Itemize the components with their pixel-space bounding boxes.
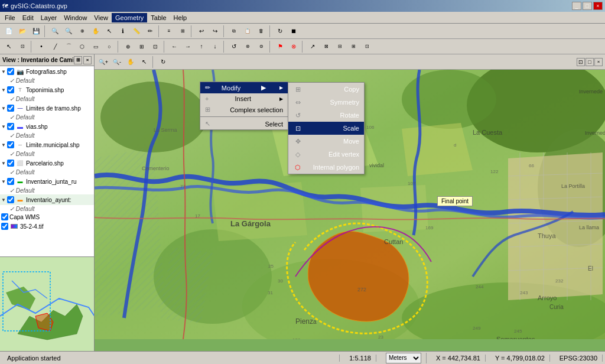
list-item[interactable]: ✓ Default xyxy=(0,168,94,176)
paste-btn[interactable]: 📋 xyxy=(241,25,254,38)
map-pan[interactable]: ✋ xyxy=(124,56,137,69)
bookmark-btn[interactable]: ⊗ xyxy=(287,40,300,53)
layer-manager-btn[interactable]: ≡ xyxy=(162,25,175,38)
submenu-rotate[interactable]: ↺ Rotate xyxy=(288,109,364,122)
menu-view[interactable]: View xyxy=(90,13,112,22)
menu-help[interactable]: Help xyxy=(170,13,191,22)
draw-point[interactable]: • xyxy=(35,40,48,53)
unit-select[interactable]: Meters Feet Degrees xyxy=(386,353,421,363)
list-item[interactable]: ▼ ― Limites de tramo.shp xyxy=(0,103,94,113)
menu-window[interactable]: Window xyxy=(60,13,90,22)
nav-right[interactable]: → xyxy=(181,40,194,53)
submenu-move[interactable]: ✥ Move xyxy=(288,135,364,148)
map-max-btn[interactable]: □ xyxy=(586,58,594,66)
select-btn[interactable]: ↖ xyxy=(103,25,116,38)
geometry-select-item[interactable]: ↖ Select xyxy=(200,118,288,129)
map-select2[interactable]: ↖ xyxy=(138,56,151,69)
undo-btn[interactable]: ↩ xyxy=(195,25,208,38)
list-item[interactable]: ✓ Default xyxy=(0,132,94,139)
geometry-insert-item[interactable]: + Insert xyxy=(200,93,288,104)
submenu-edit-vertex[interactable]: ◇ Edit vertex xyxy=(288,148,364,161)
minimize-button[interactable]: _ xyxy=(572,2,581,10)
layer-checkbox[interactable] xyxy=(7,105,14,112)
open-btn[interactable]: 📂 xyxy=(16,25,29,38)
layer-checkbox[interactable] xyxy=(7,123,14,130)
draw-polygon[interactable]: ⬡ xyxy=(76,40,89,53)
zoom-in-btn[interactable]: 🔍 xyxy=(48,25,61,38)
menu-geometry[interactable]: Geometry xyxy=(112,13,147,22)
layout-btn[interactable]: ⊞ xyxy=(176,25,189,38)
menu-layer[interactable]: Layer xyxy=(37,13,61,22)
nav-down[interactable]: ↓ xyxy=(209,40,222,53)
nav-left[interactable]: ← xyxy=(168,40,181,53)
submenu-symmetry[interactable]: ⇔ Symmetry xyxy=(288,96,364,109)
list-item[interactable]: ▼ ▬ Inventario_junta_ru xyxy=(0,176,94,187)
save-btn[interactable]: 💾 xyxy=(30,25,43,38)
menu-table[interactable]: Table xyxy=(147,13,170,22)
map-close-btn[interactable]: × xyxy=(594,58,603,66)
layer-checkbox[interactable] xyxy=(7,178,14,185)
zoom-out-btn[interactable]: 🔍 xyxy=(62,25,75,38)
map-zoom-out[interactable]: 🔍- xyxy=(110,56,123,69)
menu-file[interactable]: File xyxy=(1,13,19,22)
refresh2[interactable]: ↺ xyxy=(227,40,240,53)
list-item[interactable]: ▼ ▬ vias.shp xyxy=(0,121,94,132)
maximize-button[interactable]: □ xyxy=(583,2,592,10)
snap-midpoint[interactable]: ⊡ xyxy=(149,40,162,53)
list-item[interactable]: ▼ 📷 Fotografias.shp xyxy=(0,66,94,77)
extra3[interactable]: ⊞ xyxy=(347,40,360,53)
delete-btn[interactable]: 🗑 xyxy=(255,25,268,38)
extra1[interactable]: ⊠ xyxy=(320,40,333,53)
new-btn[interactable]: 📄 xyxy=(2,25,15,38)
extra2[interactable]: ⊟ xyxy=(333,40,346,53)
list-item[interactable]: Capa WMS xyxy=(0,213,94,221)
menu-edit[interactable]: Edit xyxy=(19,13,37,22)
zoom-full-btn[interactable]: ⊕ xyxy=(76,25,89,38)
snap-btn[interactable]: ⊕ xyxy=(122,40,135,53)
map-float-btn[interactable]: ⊡ xyxy=(577,58,585,66)
layer-checkbox[interactable] xyxy=(7,160,14,167)
layer-checkbox[interactable] xyxy=(1,223,8,230)
edit-btn[interactable]: ✏ xyxy=(144,25,157,38)
zoom-region-btn[interactable]: ⊡ xyxy=(16,40,29,53)
list-item[interactable]: ✓ Default xyxy=(0,77,94,84)
refresh-btn[interactable]: ↻ xyxy=(274,25,287,38)
identify-btn[interactable]: ℹ xyxy=(116,25,129,38)
list-item[interactable]: ✓ Default xyxy=(0,187,94,194)
layer-checkbox[interactable] xyxy=(7,141,14,148)
extra4[interactable]: ⊡ xyxy=(360,40,373,53)
list-item[interactable]: ✓ Default xyxy=(0,205,94,213)
layer-checkbox[interactable] xyxy=(7,68,14,75)
draw-circle[interactable]: ○ xyxy=(103,40,116,53)
geometry-complex-selection-item[interactable]: ⊞ Complex selection xyxy=(200,104,288,115)
snap-endpoint[interactable]: ⊞ xyxy=(135,40,148,53)
panel-close-btn[interactable]: × xyxy=(83,56,92,64)
list-item[interactable]: ✓ Default xyxy=(0,95,94,103)
zoom-all[interactable]: ⊛ xyxy=(241,40,254,53)
flag-btn[interactable]: ⚑ xyxy=(274,40,287,53)
map-refresh[interactable]: ↻ xyxy=(157,56,170,69)
list-item[interactable]: ✓ Default xyxy=(0,113,94,121)
copy-btn2[interactable]: ⧉ xyxy=(227,25,240,38)
layer-checkbox[interactable] xyxy=(7,86,14,93)
map-zoom-in[interactable]: 🔍+ xyxy=(97,56,110,69)
list-item[interactable]: ▼ T Toponimia.shp xyxy=(0,84,94,95)
layer-checkbox[interactable] xyxy=(7,196,14,203)
list-item[interactable]: ✓ Default xyxy=(0,150,94,158)
draw-line[interactable]: ╱ xyxy=(48,40,61,53)
draw-rect[interactable]: ▭ xyxy=(89,40,102,53)
panel-expand-btn[interactable]: ⊞ xyxy=(74,56,82,64)
list-item[interactable]: 35-2-4.tif xyxy=(0,221,94,232)
submenu-scale[interactable]: ⊡ Scale xyxy=(288,122,364,135)
submenu-internal-polygon[interactable]: ⬡ Internal polygon xyxy=(288,161,364,174)
close-button[interactable]: × xyxy=(593,2,603,10)
measure-btn[interactable]: 📏 xyxy=(130,25,143,38)
layer-checkbox[interactable] xyxy=(1,213,8,220)
nav-up[interactable]: ↑ xyxy=(195,40,208,53)
redo-btn[interactable]: ↪ xyxy=(209,25,222,38)
cursor-btn[interactable]: ↗ xyxy=(306,40,319,53)
list-item[interactable]: ▼ ⬜ Parcelario.shp xyxy=(0,158,94,168)
stop-btn[interactable]: ⏹ xyxy=(287,25,300,38)
submenu-copy[interactable]: ⊞ Copy xyxy=(288,83,364,96)
pan-btn[interactable]: ✋ xyxy=(89,25,102,38)
